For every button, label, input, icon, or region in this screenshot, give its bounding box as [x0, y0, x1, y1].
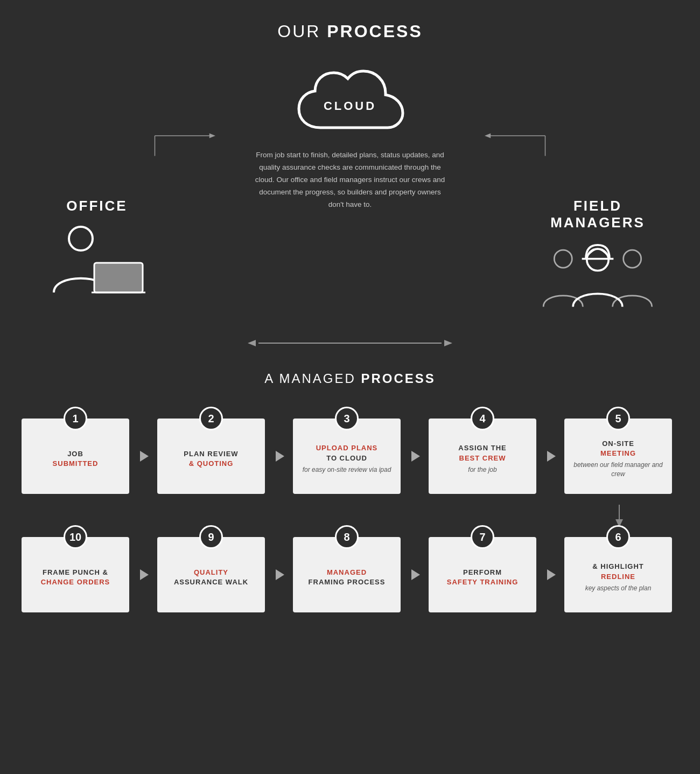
step-number: 10	[64, 525, 87, 549]
svg-marker-22	[140, 569, 149, 580]
svg-marker-14	[248, 340, 256, 346]
step-arrow	[407, 449, 422, 464]
steps-row-1: 1JOBSUBMITTED 2PLAN REVIEW& QUOTING 3UPL…	[22, 419, 678, 494]
step-arrow	[136, 449, 151, 464]
step-title-normal: FRAMING PROCESS	[309, 577, 386, 587]
svg-point-6	[69, 227, 93, 250]
svg-marker-25	[547, 569, 556, 580]
cloud-label: CLOUD	[324, 99, 376, 113]
step-title-red: SUBMITTED	[53, 459, 99, 469]
step-card: 10FRAME PUNCH &CHANGE ORDERS	[22, 537, 129, 612]
step-arrow	[543, 449, 558, 464]
svg-marker-5	[485, 134, 491, 138]
step-subtitle: for the job	[468, 465, 496, 475]
office-section: OFFICE	[43, 198, 151, 305]
step-subtitle: key aspects of the plan	[585, 584, 652, 593]
step-number: 2	[199, 407, 223, 430]
svg-marker-19	[547, 451, 556, 462]
step-card: 6& HIGHLIGHTREDLINEkey aspects of the pl…	[564, 537, 672, 612]
cloud-description: From job start to finish, detailed plans…	[250, 149, 450, 211]
step-title-red: & QUOTING	[184, 459, 238, 469]
step-card: 4ASSIGN THEBEST CREWfor the job	[429, 419, 536, 494]
step-arrow	[271, 449, 286, 464]
cloud-shape: CLOUD	[288, 68, 412, 144]
field-managers-icon	[538, 239, 657, 322]
cloud-to-field-arrow	[463, 128, 571, 160]
step-title-normal: JOB	[53, 449, 99, 459]
steps-section: 1JOBSUBMITTED 2PLAN REVIEW& QUOTING 3UPL…	[0, 402, 700, 650]
svg-marker-23	[276, 569, 284, 580]
step-title-normal: PLAN REVIEW	[184, 449, 238, 459]
svg-marker-15	[444, 340, 452, 346]
step-card: 3UPLOAD PLANSTO CLOUDfor easy on-site re…	[293, 419, 401, 494]
field-managers-label: FIELD MANAGERS	[550, 198, 645, 231]
step-title-red: MANAGED	[309, 568, 386, 577]
step-title-normal: ON-SITE	[600, 439, 636, 449]
step-title-red: QUALITY	[174, 568, 248, 577]
steps-row-2: 10FRAME PUNCH &CHANGE ORDERS 9QUALITYASS…	[22, 537, 678, 612]
step-number: 5	[606, 407, 630, 430]
step-number: 4	[471, 407, 494, 430]
step-card: 8MANAGEDFRAMING PROCESS	[293, 537, 401, 612]
step-title-red: SAFETY TRAINING	[447, 577, 519, 587]
step-card: 2PLAN REVIEW& QUOTING	[157, 419, 265, 494]
step-title-normal: FRAME PUNCH &	[41, 568, 110, 577]
step-card: 1JOBSUBMITTED	[22, 419, 129, 494]
step-number: 3	[335, 407, 359, 430]
page-title: OUR PROCESS	[0, 0, 700, 58]
step-arrow	[407, 567, 422, 582]
title-normal-text: OUR	[277, 22, 327, 41]
office-label: OFFICE	[66, 198, 127, 214]
step-number: 9	[199, 525, 223, 549]
svg-marker-17	[276, 451, 284, 462]
cloud-container: CLOUD From job start to finish, detailed…	[250, 68, 450, 211]
step-title-normal: ASSIGN THE	[458, 443, 506, 453]
svg-marker-24	[411, 569, 420, 580]
step-number: 6	[606, 525, 630, 549]
svg-rect-7	[94, 263, 143, 292]
step-number: 8	[335, 525, 359, 549]
svg-marker-2	[209, 134, 215, 138]
top-section: CLOUD From job start to finish, detailed…	[0, 58, 700, 402]
step-subtitle: between our field manager and crew	[572, 461, 664, 479]
managed-process-label: A MANAGED PROCESS	[264, 371, 436, 386]
svg-marker-16	[140, 451, 149, 462]
office-to-cloud-arrow	[129, 128, 237, 160]
step-title-red: BEST CREW	[458, 454, 506, 463]
step-number: 1	[64, 407, 87, 430]
office-icon	[43, 222, 151, 305]
step-number: 7	[471, 525, 494, 549]
step-title-red: UPLOAD PLANS	[316, 443, 378, 453]
svg-point-9	[554, 250, 572, 268]
step-title-normal: & HIGHLIGHT	[592, 562, 644, 571]
step-title-red: MEETING	[600, 449, 636, 458]
step-title-normal: ASSURANCE WALK	[174, 577, 248, 587]
step-subtitle: for easy on-site review via ipad	[303, 465, 391, 475]
svg-marker-18	[411, 451, 420, 462]
step-title-normal: PERFORM	[447, 568, 519, 577]
step-card: 7PERFORMSAFETY TRAINING	[429, 537, 536, 612]
svg-point-10	[624, 250, 641, 268]
managed-process-arrow	[242, 332, 458, 354]
down-arrow-divider	[22, 505, 678, 526]
step-card: 9QUALITYASSURANCE WALK	[157, 537, 265, 612]
step-card: 5ON-SITEMEETINGbetween our field manager…	[564, 419, 672, 494]
step-title-normal: TO CLOUD	[316, 454, 378, 463]
step-title-red: CHANGE ORDERS	[41, 577, 110, 587]
step-arrow	[136, 567, 151, 582]
step-title-red: REDLINE	[592, 572, 644, 582]
title-bold-text: PROCESS	[327, 22, 422, 41]
field-managers-section: FIELD MANAGERS	[538, 198, 657, 322]
step-arrow	[271, 567, 286, 582]
step-arrow	[543, 567, 558, 582]
